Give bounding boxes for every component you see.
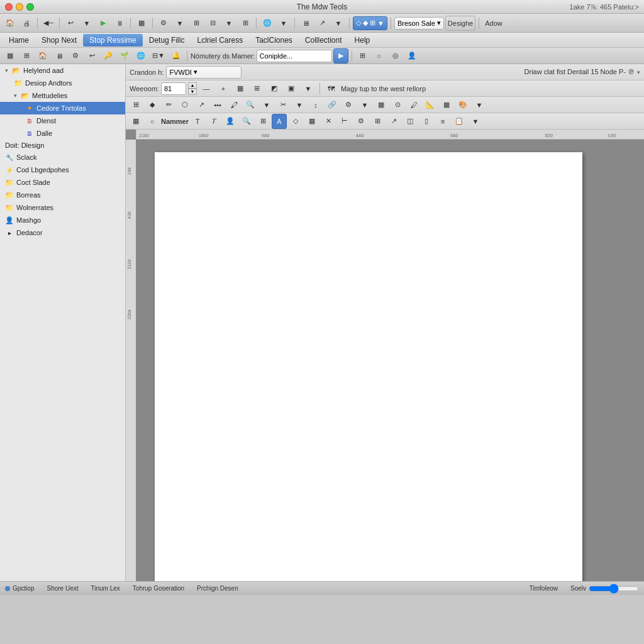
tool-c18[interactable]: 🎨 bbox=[455, 97, 470, 113]
tool-c13[interactable]: ▦ bbox=[374, 97, 389, 113]
print-btn[interactable]: 🖨 bbox=[19, 16, 34, 31]
export-btn[interactable]: ↗ bbox=[314, 16, 330, 31]
layout-dropdown[interactable]: ▼ bbox=[221, 16, 236, 31]
maximize-button[interactable] bbox=[26, 3, 34, 11]
menu-detug[interactable]: Detug Fillc bbox=[143, 34, 191, 47]
play-btn[interactable]: ▶ bbox=[96, 16, 111, 31]
s-btn8[interactable]: 🌱 bbox=[117, 48, 132, 64]
mamer-go-btn[interactable]: ▶ bbox=[333, 48, 348, 64]
tool-c9-dropdown[interactable]: ▼ bbox=[292, 97, 307, 113]
tool-d17[interactable]: ▯ bbox=[419, 114, 434, 129]
back-btn[interactable]: ◀─ bbox=[41, 16, 56, 31]
more-btn1[interactable]: ⊞ bbox=[355, 48, 370, 64]
tool-c4[interactable]: ⬡ bbox=[177, 97, 192, 113]
export-dropdown[interactable]: ▼ bbox=[331, 16, 346, 31]
tool-d7[interactable]: ⊞ bbox=[255, 114, 270, 129]
menu-shop-next[interactable]: Shop Next bbox=[35, 34, 83, 47]
mode-dropdown-1[interactable]: ◇ ◆ ⊞ ▼ bbox=[353, 16, 387, 30]
sidebar-item-sclack[interactable]: 🔧 Sclack bbox=[0, 151, 125, 164]
tool-c8-dropdown[interactable]: ▼ bbox=[259, 97, 274, 113]
tool-d14[interactable]: ⊞ bbox=[370, 114, 385, 129]
breson-sale-dropdown[interactable]: Breson Sale ▾ bbox=[394, 17, 444, 30]
weeoom-spinner[interactable]: ▲ ▼ bbox=[188, 82, 197, 95]
view-btn[interactable]: ▦ bbox=[134, 16, 149, 31]
tool-d19-dropdown[interactable]: ▼ bbox=[468, 114, 483, 129]
tool-c2[interactable]: ◆ bbox=[145, 97, 160, 113]
crandon-dropdown[interactable]: FVWDI ▾ bbox=[166, 66, 242, 79]
tool-d12[interactable]: ⊢ bbox=[337, 114, 352, 129]
sidebar-item-wolnerrates[interactable]: Wolnerrates bbox=[0, 201, 125, 214]
tool-d3[interactable]: T bbox=[190, 114, 205, 129]
tool-d2[interactable]: ○ bbox=[145, 114, 160, 129]
menu-help[interactable]: Help bbox=[348, 34, 377, 47]
spinner-up[interactable]: ▲ bbox=[188, 82, 197, 89]
soelv-slider[interactable] bbox=[589, 585, 639, 592]
view3-btn[interactable]: ◩ bbox=[267, 81, 282, 96]
more-btn2[interactable]: ◎ bbox=[388, 48, 403, 64]
menu-colllectiont[interactable]: Colllectiont bbox=[299, 34, 348, 47]
tool-c10[interactable]: ↕ bbox=[308, 97, 323, 113]
tool-c18-dropdown[interactable]: ▼ bbox=[472, 97, 487, 113]
tool-c1[interactable]: ⊞ bbox=[128, 97, 143, 113]
close-button[interactable] bbox=[5, 3, 13, 11]
menu-stop-ressime[interactable]: Stop Ressime bbox=[83, 34, 143, 47]
s-btn3[interactable]: 🏠 bbox=[35, 48, 50, 64]
tool-d11[interactable]: ✕ bbox=[321, 114, 336, 129]
sidebar-item-dedacor[interactable]: ▸ Dedacor bbox=[0, 226, 125, 239]
tool-c14[interactable]: ⊙ bbox=[390, 97, 405, 113]
weeoom-reset[interactable]: — bbox=[199, 81, 214, 96]
spinner-down[interactable]: ▼ bbox=[188, 89, 197, 95]
adow-btn[interactable]: Adow bbox=[482, 16, 505, 31]
globe-dropdown[interactable]: ▼ bbox=[276, 16, 291, 31]
sidebar-item-mashgo[interactable]: Mashgo bbox=[0, 214, 125, 226]
stop-btn[interactable]: ⏸ bbox=[112, 16, 127, 31]
canvas-wrapper[interactable]: 2100 1800 9A0 4A0 9A0 3D0 3.60 14d 41b 2… bbox=[126, 130, 644, 581]
tool-d5[interactable]: 👤 bbox=[223, 114, 238, 129]
layout-btn[interactable]: ⊟ bbox=[205, 16, 220, 31]
tool-d13[interactable]: ⚙ bbox=[353, 114, 369, 129]
align-btn[interactable]: ⊞ bbox=[238, 16, 253, 31]
settings-btn[interactable]: ⚙ bbox=[156, 16, 171, 31]
sidebar-item-doit[interactable]: Doit: Dlesign bbox=[0, 140, 125, 151]
traffic-lights[interactable] bbox=[5, 3, 34, 11]
tool-c8[interactable]: 🔍 bbox=[243, 97, 258, 113]
globe-btn[interactable]: 🌐 bbox=[260, 16, 275, 31]
tool-c7[interactable]: 🖍 bbox=[226, 97, 242, 113]
view4-btn[interactable]: ▣ bbox=[284, 81, 299, 96]
action-dropdown1[interactable]: ▼ bbox=[79, 16, 94, 31]
sidebar-item-coct[interactable]: Coct Slade bbox=[0, 176, 125, 189]
weeoom-input[interactable]: 81 bbox=[161, 82, 186, 95]
tool-d10[interactable]: ▦ bbox=[304, 114, 319, 129]
tool-c15[interactable]: 🖊 bbox=[406, 97, 421, 113]
s-btn7[interactable]: 🔑 bbox=[101, 48, 116, 64]
home-icon-btn[interactable]: 🏠 bbox=[3, 16, 18, 31]
edit-btn[interactable]: Desighe bbox=[445, 16, 475, 31]
s-btn4[interactable]: 🖥 bbox=[52, 48, 67, 64]
sidebar-item-cod[interactable]: ⚡ Cod Lbgedpohes bbox=[0, 164, 125, 176]
s-btn5[interactable]: ⚙ bbox=[68, 48, 83, 64]
circle-btn[interactable]: ○ bbox=[372, 48, 387, 64]
action-btn1[interactable]: ↩ bbox=[63, 16, 78, 31]
tool-d18[interactable]: ≡ bbox=[435, 114, 450, 129]
s-btn1[interactable]: ▦ bbox=[3, 48, 18, 64]
tool-c6[interactable]: ••• bbox=[210, 97, 225, 113]
sidebar-item-borreas[interactable]: Borreas bbox=[0, 189, 125, 201]
canvas-page-area[interactable] bbox=[136, 140, 644, 581]
sidebar-item-desiop[interactable]: Desiop Andtors bbox=[0, 77, 125, 89]
tool-d6[interactable]: 🔍 bbox=[239, 114, 254, 129]
s-btn9[interactable]: 🌐 bbox=[133, 48, 148, 64]
menu-lclriel[interactable]: Lclriel Caress bbox=[191, 34, 249, 47]
tool-c12-dropdown[interactable]: ▼ bbox=[357, 97, 372, 113]
minimize-button[interactable] bbox=[16, 3, 23, 11]
weeoom-fit[interactable]: + bbox=[216, 81, 231, 96]
view2-btn[interactable]: ⊞ bbox=[250, 81, 265, 96]
tool-d1[interactable]: ▦ bbox=[128, 114, 143, 129]
tool-c12[interactable]: ⚙ bbox=[341, 97, 356, 113]
tool-d8[interactable]: A bbox=[272, 114, 287, 129]
mamer-input[interactable]: Coniplde... bbox=[257, 50, 332, 62]
sidebar-item-cedore[interactable]: Cedore Tnrtolas bbox=[0, 102, 125, 114]
tool-c17[interactable]: ▦ bbox=[439, 97, 454, 113]
menu-taclciones[interactable]: TaclCiones bbox=[249, 34, 299, 47]
tool-c9[interactable]: ✂ bbox=[275, 97, 291, 113]
view5-dropdown[interactable]: ▼ bbox=[301, 81, 316, 96]
